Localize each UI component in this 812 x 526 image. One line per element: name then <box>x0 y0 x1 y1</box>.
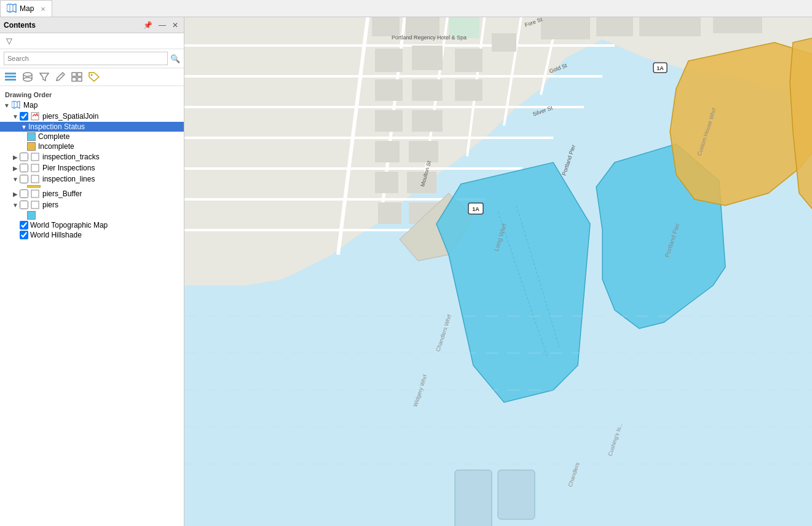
svg-rect-61 <box>596 17 633 36</box>
complete-swatch <box>27 132 36 141</box>
svg-rect-55 <box>409 141 438 162</box>
panel-minimize-button[interactable]: — <box>157 20 168 30</box>
svg-rect-49 <box>375 79 403 101</box>
tag-icon <box>89 72 100 82</box>
grid-view-button[interactable] <box>70 71 84 83</box>
svg-rect-24 <box>31 190 39 197</box>
svg-rect-46 <box>375 49 403 72</box>
grid-view-icon <box>71 72 82 82</box>
search-button[interactable]: 🔍 <box>170 54 180 63</box>
svg-rect-21 <box>31 153 39 161</box>
expand-inspection-status[interactable]: ▼ <box>20 124 28 130</box>
map-tab[interactable]: Map × <box>0 0 52 17</box>
tree-item-pier-inspections[interactable]: ▶ Pier Inspections <box>0 162 184 173</box>
drawing-order-label: Drawing Order <box>0 89 184 100</box>
pier-inspections-icon <box>30 163 40 173</box>
edit-button[interactable] <box>54 71 66 83</box>
inspection-lines-checkbox[interactable] <box>20 175 28 183</box>
tab-bar: Map × <box>0 0 812 17</box>
piers-buffer-icon <box>30 189 40 199</box>
map-tab-icon <box>7 4 17 14</box>
search-input[interactable] <box>4 52 168 65</box>
inspection-tracks-checkbox[interactable] <box>20 153 28 161</box>
svg-rect-13 <box>77 73 82 76</box>
svg-rect-73 <box>455 470 492 526</box>
tree-panel: Drawing Order ▼ Map ▼ <box>0 86 184 526</box>
piers-label: piers <box>42 201 58 209</box>
svg-point-9 <box>23 78 32 81</box>
tag-button[interactable] <box>87 71 101 83</box>
pier-inspections-checkbox[interactable] <box>20 164 28 172</box>
svg-text:1A: 1A <box>472 206 479 212</box>
data-view-button[interactable] <box>21 71 34 83</box>
piers-spatialjoin-checkbox[interactable] <box>20 112 28 121</box>
world-hillshade-checkbox[interactable] <box>20 231 28 239</box>
panel-header-actions: 📌 — ✕ <box>141 20 180 30</box>
map-area[interactable]: Portland Regency Hotel & Spa Fore St Gol… <box>184 17 812 526</box>
filter-layers-icon <box>39 72 49 82</box>
inspection-tracks-label: inspection_tracks <box>42 153 100 161</box>
tree-item-piers-spatialjoin[interactable]: ▼ piers_SpatialJoin <box>0 111 184 122</box>
svg-rect-60 <box>541 17 590 39</box>
expand-piers-buffer[interactable]: ▶ <box>11 191 20 197</box>
tree-item-world-topo[interactable]: ▶ World Topographic Map <box>0 220 184 230</box>
svg-rect-50 <box>412 79 443 101</box>
inspection-lines-label: inspection_lines <box>42 175 95 183</box>
piers-icon <box>30 200 40 210</box>
svg-rect-5 <box>5 79 16 81</box>
legend-incomplete: Incomplete <box>0 141 184 151</box>
svg-rect-56 <box>375 172 398 193</box>
tree-item-world-hillshade[interactable]: ▶ World Hillshade <box>0 230 184 240</box>
svg-rect-52 <box>375 110 403 132</box>
svg-text:1A: 1A <box>656 65 664 71</box>
legend-piers <box>0 210 184 220</box>
tree-item-inspection-status[interactable]: ▼ Inspection Status <box>0 122 184 132</box>
svg-rect-42 <box>372 17 400 36</box>
inspection-status-label: Inspection Status <box>28 122 85 131</box>
svg-rect-63 <box>713 17 762 33</box>
map-tab-close[interactable]: × <box>41 4 45 14</box>
svg-rect-74 <box>498 470 535 519</box>
tree-item-piers[interactable]: ▼ piers <box>0 199 184 210</box>
incomplete-label: Incomplete <box>38 142 74 151</box>
expand-map[interactable]: ▼ <box>2 102 11 109</box>
incomplete-swatch <box>27 142 36 151</box>
piers-buffer-label: piers_Buffer <box>42 189 82 198</box>
panel-pin-button[interactable]: 📌 <box>141 20 154 30</box>
panel-close-button[interactable]: ✕ <box>170 20 180 30</box>
svg-marker-10 <box>40 73 49 81</box>
piers-buffer-checkbox[interactable] <box>20 189 28 198</box>
list-view-icon <box>5 72 16 82</box>
svg-rect-12 <box>72 73 76 76</box>
tree-item-piers-buffer[interactable]: ▶ piers_Buffer <box>0 188 184 199</box>
piers-spatialjoin-label: piers_SpatialJoin <box>42 112 98 121</box>
expand-inspection-tracks[interactable]: ▶ <box>11 154 20 161</box>
piers-checkbox[interactable] <box>20 201 28 209</box>
data-view-icon <box>22 72 33 82</box>
complete-label: Complete <box>38 132 69 141</box>
svg-rect-14 <box>72 78 76 81</box>
main-layout: Contents 📌 — ✕ ▽ 🔍 <box>0 17 812 526</box>
expand-pier-inspections[interactable]: ▶ <box>11 165 20 172</box>
expand-piers-spatialjoin[interactable]: ▼ <box>11 113 20 120</box>
svg-point-16 <box>91 74 93 76</box>
svg-rect-48 <box>492 33 516 52</box>
filter-layers-button[interactable] <box>38 71 50 83</box>
svg-rect-53 <box>412 110 443 132</box>
world-topo-checkbox[interactable] <box>20 221 28 229</box>
edit-icon <box>55 72 65 82</box>
tree-item-inspection-tracks[interactable]: ▶ inspection_tracks <box>0 151 184 162</box>
svg-rect-44 <box>412 46 443 70</box>
filter-icon[interactable]: ▽ <box>4 35 15 47</box>
map-label: Map <box>23 101 37 110</box>
svg-rect-47 <box>455 49 483 72</box>
expand-piers[interactable]: ▼ <box>11 202 20 209</box>
svg-point-6 <box>23 73 32 76</box>
list-view-button[interactable] <box>4 71 17 83</box>
svg-line-11 <box>61 74 63 76</box>
tree-item-map[interactable]: ▼ Map <box>0 100 184 111</box>
expand-inspection-lines[interactable]: ▼ <box>11 176 20 183</box>
panel-header: Contents 📌 — ✕ <box>0 17 184 33</box>
panel-title: Contents <box>4 21 36 30</box>
tree-item-inspection-lines[interactable]: ▼ inspection_lines <box>0 173 184 185</box>
